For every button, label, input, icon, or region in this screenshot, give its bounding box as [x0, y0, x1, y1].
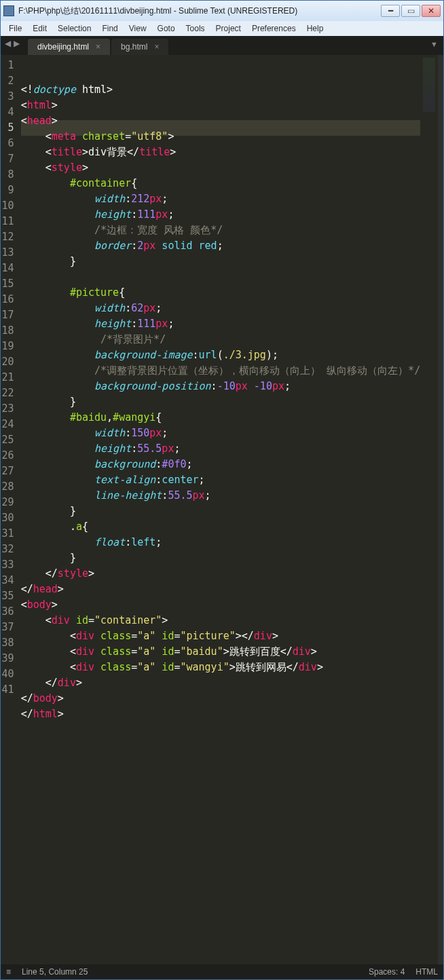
line-number: 6 [1, 136, 14, 151]
status-syntax[interactable]: HTML [415, 967, 438, 977]
editor-container: ◀ ▶ divbeijing.html × bg.html × ▼ 123456… [1, 36, 443, 979]
status-indent[interactable]: Spaces: 4 [369, 967, 405, 977]
menu-view[interactable]: View [125, 22, 151, 35]
line-number: 1 [1, 58, 14, 73]
menu-preferences[interactable]: Preferences [248, 22, 300, 35]
code-line[interactable]: <div id="container"> [21, 613, 421, 628]
titlebar[interactable]: F:\PHP\php\总结\20161111\divbeijing.html -… [1, 1, 443, 21]
close-button[interactable]: ✕ [422, 5, 441, 17]
code-line[interactable]: background-position:-10px -10px; [21, 379, 421, 394]
line-number: 13 [1, 245, 14, 261]
code-line[interactable]: float:left; [21, 535, 421, 550]
line-number: 36 [1, 604, 14, 620]
line-number: 39 [1, 651, 14, 666]
tab-label: bg.html [121, 42, 147, 52]
app-icon [3, 5, 14, 16]
code-line[interactable]: width:62px; [21, 301, 421, 316]
tab-close-icon[interactable]: × [154, 42, 159, 52]
tab-next-icon[interactable]: ▶ [14, 39, 20, 48]
tabbar: ◀ ▶ divbeijing.html × bg.html × ▼ [1, 36, 443, 55]
code-line[interactable]: <head> [21, 113, 421, 129]
code-line[interactable]: <meta charset="utf8"> [21, 129, 421, 145]
code-line[interactable]: <body> [21, 597, 421, 613]
code-line[interactable]: text-align:center; [21, 472, 421, 488]
code-line[interactable]: width:212px; [21, 191, 421, 207]
line-number: 25 [1, 432, 14, 448]
status-hamburger-icon[interactable]: ≡ [6, 967, 11, 977]
menu-tools[interactable]: Tools [182, 22, 209, 35]
code-line[interactable]: } [21, 504, 421, 519]
code-line[interactable]: </html> [21, 706, 421, 722]
minimap-viewport[interactable] [423, 58, 435, 112]
line-number: 37 [1, 620, 14, 635]
code-line[interactable]: height:55.5px; [21, 441, 421, 457]
code-line[interactable]: width:150px; [21, 426, 421, 441]
code-line[interactable]: </body> [21, 691, 421, 706]
line-number: 22 [1, 385, 14, 401]
code-line[interactable]: <html> [21, 98, 421, 113]
code-line[interactable]: <div class="a" id="wangyi">跳转到网易</div> [21, 660, 421, 675]
menu-goto[interactable]: Goto [153, 22, 179, 35]
menu-help[interactable]: Help [303, 22, 328, 35]
vertical-scrollbar[interactable] [438, 55, 443, 964]
code-line[interactable]: /*调整背景图片位置（坐标），横向移动（向上） 纵向移动（向左）*/ [21, 363, 421, 379]
minimap[interactable] [420, 55, 438, 964]
menu-file[interactable]: File [5, 22, 26, 35]
menu-find[interactable]: Find [98, 22, 122, 35]
line-number: 9 [1, 183, 14, 198]
code-line[interactable]: height:111px; [21, 316, 421, 332]
menu-selection[interactable]: Selection [54, 22, 95, 35]
maximize-button[interactable]: ▭ [401, 5, 420, 17]
minimize-button[interactable]: ━ [381, 5, 400, 17]
menu-edit[interactable]: Edit [29, 22, 51, 35]
code-editor[interactable]: <!doctype html><html><head> <meta charse… [21, 55, 421, 964]
line-number: 40 [1, 666, 14, 682]
window-title: F:\PHP\php\总结\20161111\divbeijing.html -… [18, 5, 380, 17]
code-line[interactable]: </style> [21, 566, 421, 582]
code-line[interactable]: #baidu,#wangyi{ [21, 410, 421, 426]
code-line[interactable]: #picture{ [21, 285, 421, 301]
line-number: 29 [1, 495, 14, 510]
code-line[interactable]: <style> [21, 160, 421, 176]
code-line[interactable]: /*边框：宽度 风格 颜色*/ [21, 223, 421, 238]
line-number: 17 [1, 307, 14, 323]
code-line[interactable]: <div class="a" id="picture"></div> [21, 628, 421, 644]
line-number: 38 [1, 635, 14, 651]
code-line[interactable]: background:#0f0; [21, 457, 421, 472]
code-line[interactable]: <!doctype html> [21, 82, 421, 98]
line-number: 18 [1, 323, 14, 339]
editor-area: 1234567891011121314151617181920212223242… [1, 55, 443, 964]
code-line[interactable]: </head> [21, 582, 421, 597]
window-buttons: ━ ▭ ✕ [380, 5, 441, 17]
code-line[interactable]: border:2px solid red; [21, 238, 421, 254]
tab-prev-icon[interactable]: ◀ [5, 39, 11, 48]
code-line[interactable]: line-height:55.5px; [21, 488, 421, 504]
menu-project[interactable]: Project [212, 22, 245, 35]
code-line[interactable]: #container{ [21, 176, 421, 191]
tab-divbeijing[interactable]: divbeijing.html × [28, 39, 110, 55]
code-line[interactable]: .a{ [21, 519, 421, 535]
line-number-gutter[interactable]: 1234567891011121314151617181920212223242… [1, 55, 21, 964]
tab-close-icon[interactable]: × [96, 42, 100, 52]
line-number: 26 [1, 448, 14, 464]
tab-bg[interactable]: bg.html × [111, 39, 168, 55]
code-line[interactable]: background-image:url(./3.jpg); [21, 347, 421, 363]
code-line[interactable]: } [21, 254, 421, 269]
line-number: 41 [1, 682, 14, 698]
code-line[interactable]: /*背景图片*/ [21, 332, 421, 347]
code-line[interactable]: height:111px; [21, 207, 421, 223]
code-line[interactable]: <title>div背景</title> [21, 145, 421, 160]
code-line[interactable]: <div class="a" id="baidu">跳转到百度</div> [21, 644, 421, 660]
status-cursor-position[interactable]: Line 5, Column 25 [22, 967, 88, 977]
line-number: 31 [1, 526, 14, 542]
code-line[interactable]: </div> [21, 675, 421, 691]
code-line[interactable]: } [21, 394, 421, 410]
line-number: 7 [1, 151, 14, 167]
line-number: 5 [1, 120, 14, 136]
code-line[interactable]: } [21, 550, 421, 566]
code-line[interactable] [21, 269, 421, 285]
tab-dropdown-icon[interactable]: ▼ [430, 40, 438, 48]
line-number: 35 [1, 588, 14, 604]
line-number: 10 [1, 198, 14, 214]
line-number: 24 [1, 417, 14, 432]
